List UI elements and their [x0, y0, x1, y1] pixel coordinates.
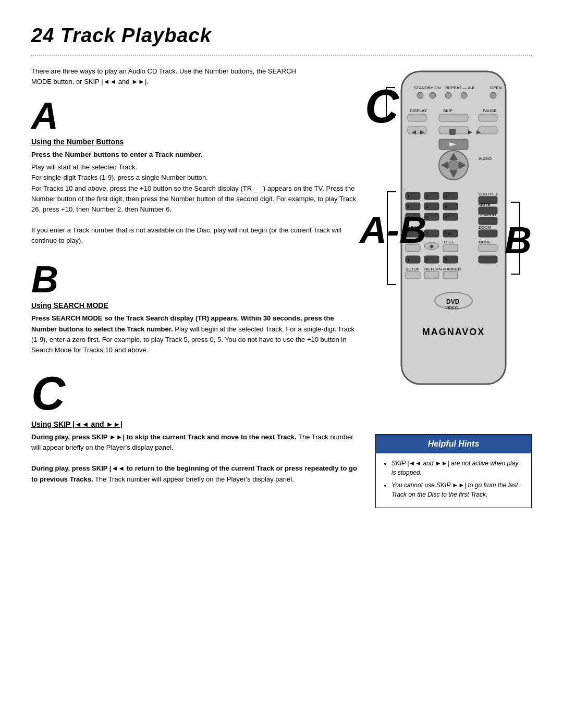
svg-text:1: 1 [407, 194, 410, 199]
svg-text:DISPLAY: DISPLAY [410, 108, 427, 113]
svg-text:OPEN: OPEN [490, 85, 502, 90]
svg-text:3: 3 [445, 194, 447, 199]
svg-text:+10: +10 [445, 231, 452, 236]
svg-text:VIDEO: VIDEO [445, 305, 458, 310]
svg-rect-14 [479, 114, 497, 121]
brand-text: MAGNAVOX [422, 327, 485, 337]
svg-rect-20 [449, 129, 456, 135]
svg-text:6: 6 [445, 204, 447, 209]
section-c-letter: C [31, 370, 360, 417]
section-c-text: During play, press SKIP ►►| to skip the … [31, 432, 360, 485]
svg-text:TITLE: TITLE [443, 240, 455, 244]
svg-text:MARKER: MARKER [443, 267, 461, 272]
hint-item-2: You cannot use SKIP ►►| to go from the l… [391, 480, 524, 499]
svg-text:SEARCH: SEARCH [479, 213, 496, 217]
helpful-hints-title: Helpful Hints [376, 435, 531, 453]
svg-text:9: 9 [445, 215, 447, 219]
helpful-hints-body: SKIP |◄◄ and ►►| are not active when pla… [376, 453, 531, 508]
section-a-text: Play will start at the selected Track. F… [31, 162, 360, 246]
section-a-letter: A [31, 97, 360, 134]
left-column: There are three ways to play an Audio CD… [31, 66, 360, 508]
c-bracket [386, 87, 395, 118]
svg-rect-17 [479, 127, 497, 134]
svg-text:2: 2 [426, 194, 429, 199]
svg-rect-64 [479, 230, 497, 237]
svg-rect-86 [443, 272, 458, 279]
section-b-text: Press SEARCH MODE so the Track Search di… [31, 313, 360, 355]
svg-text:1: 1 [407, 257, 410, 262]
right-column: C A-B B STANDBY ON REPEAT — A-B OPEN [375, 66, 532, 508]
section-b-heading: Using SEARCH MODE [31, 300, 360, 311]
svg-text:PAUSE: PAUSE [483, 108, 497, 113]
section-c-heading: Using SKIP |◄◄ and ►►| [31, 419, 360, 430]
section-a-subheading: Press the Number buttons to enter a Trac… [31, 150, 360, 160]
svg-rect-56 [479, 217, 497, 225]
svg-text:SKIP: SKIP [443, 108, 452, 113]
section-a: A Using the Number Buttons Press the Num… [31, 97, 360, 246]
section-a-heading: Using the Number Buttons [31, 137, 360, 147]
svg-rect-71 [443, 244, 458, 252]
title-divider [31, 55, 532, 56]
remote-illustration: C A-B B STANDBY ON REPEAT — A-B OPEN [391, 66, 516, 403]
svg-rect-82 [406, 272, 420, 279]
svg-rect-13 [439, 114, 468, 121]
svg-text:3: 3 [445, 257, 447, 262]
main-content: There are three ways to play an Audio CD… [31, 66, 532, 508]
svg-rect-84 [424, 272, 439, 279]
svg-point-8 [490, 92, 496, 98]
svg-rect-80 [479, 256, 497, 263]
svg-rect-73 [479, 244, 497, 252]
svg-text:SUBTITLE: SUBTITLE [479, 192, 498, 196]
svg-text:AUDIO: AUDIO [479, 156, 492, 161]
svg-text:RETURN: RETURN [424, 267, 442, 272]
svg-text:DVD: DVD [446, 298, 460, 305]
svg-rect-12 [408, 114, 426, 121]
svg-text:2: 2 [426, 257, 429, 262]
svg-text:MORE: MORE [479, 240, 491, 244]
section-b: B Using SEARCH MODE Press SEARCH MODE so… [31, 261, 360, 355]
svg-text:ZOOM: ZOOM [479, 225, 491, 230]
page-title: 24 Track Playback [31, 21, 532, 51]
svg-point-6 [445, 92, 451, 98]
svg-text:STANDBY ON: STANDBY ON [414, 85, 440, 90]
helpful-hints-box: Helpful Hints SKIP |◄◄ and ►►| are not a… [375, 434, 532, 508]
section-b-letter: B [31, 261, 360, 298]
b-right-bracket [511, 202, 520, 275]
svg-point-7 [461, 92, 467, 98]
section-c: C Using SKIP |◄◄ and ►►| During play, pr… [31, 370, 360, 485]
hint-item-1: SKIP |◄◄ and ►►| are not active when pla… [391, 459, 524, 477]
svg-point-5 [430, 92, 436, 98]
ab-bracket [387, 191, 396, 285]
svg-text:SETUP: SETUP [406, 267, 420, 272]
intro-text: There are three ways to play an Audio CD… [31, 66, 302, 87]
svg-text:REPEAT — A-B: REPEAT — A-B [445, 85, 475, 90]
svg-text:1: 1 [403, 188, 406, 192]
svg-text:MUTE: MUTE [479, 202, 491, 207]
svg-point-4 [417, 92, 423, 98]
svg-rect-15 [408, 127, 426, 134]
svg-point-30 [448, 160, 459, 170]
